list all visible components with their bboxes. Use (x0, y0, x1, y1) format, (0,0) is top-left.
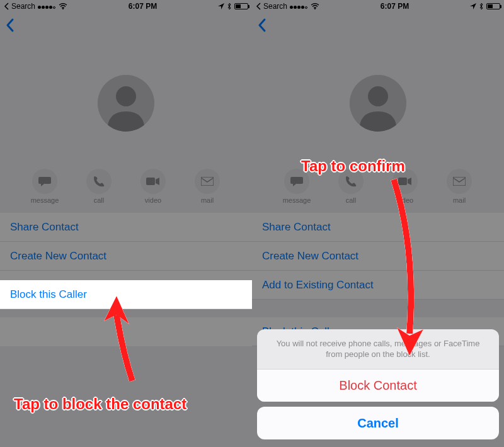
row-block-label: Block this Caller (10, 288, 87, 301)
contact-hero (252, 40, 504, 166)
screenshot-right: Search 6:07 PM message (252, 0, 504, 447)
signal-dots-icon (290, 2, 308, 11)
list-gap (252, 300, 504, 317)
screenshot-left: Search 6:07 PM message (0, 0, 252, 447)
back-to-search[interactable]: Search (4, 2, 35, 11)
cancel-label: Cancel (357, 416, 399, 431)
status-time: 6:07 PM (381, 2, 409, 11)
row-share-contact[interactable]: Share Contact (252, 213, 504, 242)
action-message-label: message (31, 196, 59, 204)
action-mail-label: mail (201, 196, 214, 204)
avatar (98, 75, 154, 132)
location-icon (218, 3, 224, 9)
status-time: 6:07 PM (129, 2, 157, 11)
battery-icon (486, 3, 500, 9)
row-create-label: Create New Contact (10, 250, 106, 263)
action-sheet: You will not receive phone calls, messag… (257, 329, 499, 439)
message-icon (38, 176, 51, 187)
video-icon (146, 177, 160, 186)
back-search-label: Search (263, 2, 287, 11)
contact-hero (0, 40, 252, 166)
action-video-label: video (145, 196, 161, 204)
avatar (350, 75, 406, 132)
svg-point-5 (314, 8, 316, 9)
svg-point-7 (368, 86, 388, 106)
row-share-label: Share Contact (262, 221, 331, 234)
action-mail[interactable]: mail (439, 169, 479, 204)
location-icon (470, 3, 476, 9)
phone-icon (93, 176, 105, 187)
action-call-label: call (346, 196, 357, 204)
bluetooth-icon (227, 3, 232, 10)
action-mail-label: mail (453, 196, 466, 204)
block-contact-label: Block Contact (339, 378, 416, 393)
annotation-arrow-right (381, 173, 438, 362)
row-create-label: Create New Contact (262, 250, 358, 263)
bluetooth-icon (479, 3, 484, 10)
row-create-contact[interactable]: Create New Contact (252, 242, 504, 271)
action-sheet-message: You will not receive phone calls, messag… (257, 329, 499, 369)
back-chevron-icon[interactable] (257, 18, 267, 36)
svg-point-2 (116, 86, 136, 106)
battery-icon (234, 3, 248, 9)
signal-dots-icon (38, 2, 56, 11)
wifi-icon (59, 3, 67, 9)
action-call-label: call (94, 196, 105, 204)
status-bar: Search 6:07 PM (252, 0, 504, 13)
action-mail[interactable]: mail (187, 169, 227, 204)
wifi-icon (311, 3, 319, 9)
nav-bar (252, 13, 504, 40)
row-create-contact[interactable]: Create New Contact (0, 242, 252, 271)
status-bar: Search 6:07 PM (0, 0, 252, 13)
svg-rect-9 (453, 177, 466, 186)
block-contact-button[interactable]: Block Contact (257, 369, 499, 402)
annotation-caption-left: Tap to block the contact (14, 395, 203, 413)
back-search-label: Search (11, 2, 35, 11)
mail-icon (453, 177, 466, 186)
mail-icon (201, 177, 214, 186)
back-to-search[interactable]: Search (256, 2, 287, 11)
row-share-label: Share Contact (10, 221, 79, 234)
action-message[interactable]: message (25, 169, 65, 204)
row-add-existing[interactable]: Add to Existing Contact (252, 271, 504, 300)
action-video[interactable]: video (133, 169, 173, 204)
nav-bar (0, 13, 252, 40)
action-sheet-group: You will not receive phone calls, messag… (257, 329, 499, 402)
annotation-arrow-left (94, 290, 151, 384)
options-list: Share Contact Create New Contact Add to … (252, 213, 504, 346)
message-icon (290, 176, 303, 187)
row-share-contact[interactable]: Share Contact (0, 213, 252, 242)
annotation-caption-right: Tap to confirm (301, 157, 405, 175)
phone-icon (345, 176, 357, 187)
cancel-button[interactable]: Cancel (257, 407, 499, 439)
action-buttons-row: message call video mail (0, 166, 252, 213)
svg-rect-3 (146, 178, 155, 185)
action-message-label: message (283, 196, 311, 204)
svg-point-0 (62, 8, 64, 9)
action-call[interactable]: call (79, 169, 119, 204)
svg-rect-4 (201, 177, 214, 186)
back-chevron-icon[interactable] (5, 18, 15, 36)
row-add-existing-label: Add to Existing Contact (262, 279, 374, 291)
